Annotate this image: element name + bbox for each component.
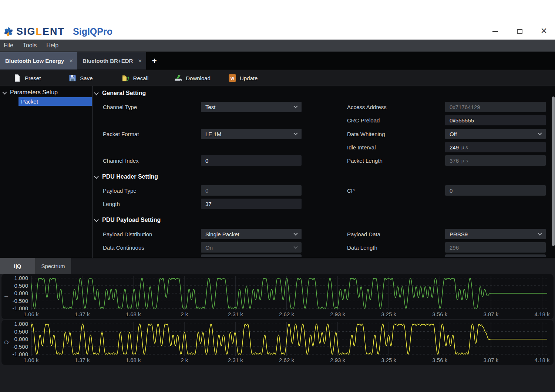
- i-chart-x-axis: 1.06 k1.37 k1.68 k2 k2.31 k2.62 k2.93 k3…: [31, 310, 547, 318]
- cutoff-field: [201, 254, 302, 257]
- x-tick-label: 2.93 k: [330, 311, 345, 317]
- y-tick-label: -0.500: [12, 344, 28, 350]
- idle-interval-input[interactable]: 249 µ s: [445, 142, 546, 152]
- recall-button[interactable]: Recall: [122, 74, 149, 82]
- payload-distribution-select[interactable]: Single Packet: [201, 229, 302, 239]
- q-chart-card: 1.0000.5000.000-0.500-1.000 Q 1.06 k1.37…: [1, 320, 554, 365]
- tab-close-icon[interactable]: ×: [69, 58, 73, 64]
- payload-distribution-label: Payload Distribution: [103, 229, 152, 239]
- logo-text: SIGLENT: [16, 26, 65, 37]
- tab-spectrum[interactable]: Spectrum: [35, 258, 71, 274]
- payload-type-input: 0: [201, 185, 302, 196]
- channel-index-label: Channel Index: [103, 155, 139, 166]
- x-tick-label: 4.18 k: [535, 311, 550, 317]
- preset-button[interactable]: Preset: [13, 74, 41, 82]
- y-tick-label: -1.000: [12, 351, 28, 357]
- x-tick-label: 2.62 k: [279, 357, 294, 363]
- section-pdu-payload-setting[interactable]: PDU Payload Setting: [95, 217, 161, 223]
- data-length-label: Data Length: [347, 242, 377, 253]
- document-tab-bar: Bluetooth Low Energy × Bluetooth BR+EDR …: [0, 52, 555, 70]
- app-title: SigIQPro: [73, 26, 112, 37]
- save-button[interactable]: Save: [68, 74, 92, 82]
- x-tick-label: 3.87 k: [483, 311, 498, 317]
- y-tick-label: 0.000: [14, 290, 28, 296]
- x-tick-label: 1.37 k: [75, 357, 90, 363]
- titlebar: SIGLENT SigIQPro ✕: [0, 0, 555, 40]
- chevron-down-icon: [293, 231, 297, 235]
- payload-data-label: Payload Data: [347, 229, 380, 239]
- packet-length-label: Packet Length: [347, 155, 383, 166]
- packet-format-label: Packet Format: [103, 129, 139, 139]
- minimize-button[interactable]: [491, 27, 500, 36]
- chevron-down-icon: [2, 89, 7, 94]
- chevron-down-icon: [538, 131, 542, 135]
- window-controls: ✕: [491, 27, 548, 36]
- payload-data-select[interactable]: PRBS9: [445, 229, 546, 239]
- cp-label: CP: [347, 185, 355, 196]
- payload-type-label: Payload Type: [103, 185, 137, 196]
- chevron-down-icon: [538, 231, 542, 235]
- x-tick-label: 3.25 k: [381, 357, 396, 363]
- tab-iq[interactable]: I|Q: [0, 258, 35, 274]
- x-tick-label: 4.18 k: [535, 357, 550, 363]
- channel-index-input[interactable]: 0: [201, 155, 302, 166]
- menu-help[interactable]: Help: [46, 42, 58, 49]
- data-length-input: 296: [445, 242, 546, 253]
- packet-format-select[interactable]: LE 1M: [201, 129, 302, 139]
- crc-preload-input[interactable]: 0x555555: [445, 115, 546, 125]
- channel-label-q: Q: [3, 339, 9, 346]
- channel-label-i: I: [3, 293, 9, 300]
- document-icon: [13, 74, 21, 82]
- floppy-disk-icon: [68, 74, 77, 82]
- x-tick-label: 2 k: [181, 311, 188, 317]
- chevron-down-icon: [293, 104, 297, 108]
- channel-type-label: Channel Type: [103, 102, 137, 112]
- i-waveform-canvas[interactable]: [31, 276, 547, 310]
- chevron-down-icon: [293, 131, 297, 135]
- close-button[interactable]: ✕: [539, 27, 548, 36]
- section-pdu-header-setting[interactable]: PDU Header Setting: [95, 173, 158, 180]
- data-whitening-label: Data Whitening: [347, 129, 385, 139]
- length-input[interactable]: 37: [201, 199, 302, 209]
- channel-type-select[interactable]: Test: [201, 102, 302, 112]
- menu-bar: File Tools Help: [0, 40, 555, 52]
- maximize-button[interactable]: [515, 27, 524, 36]
- q-chart-x-axis: 1.06 k1.37 k1.68 k2 k2.31 k2.62 k2.93 k3…: [31, 356, 547, 364]
- tab-bluetooth-low-energy[interactable]: Bluetooth Low Energy ×: [0, 52, 77, 70]
- menu-file[interactable]: File: [4, 42, 13, 49]
- cp-input: 0: [445, 185, 546, 196]
- chevron-down-icon: [94, 90, 99, 95]
- y-tick-label: -0.500: [12, 298, 28, 304]
- y-tick-label: -1.000: [12, 305, 28, 311]
- settings-panel: Parameters Setup Packet General Setting …: [0, 86, 555, 258]
- sidebar-item-packet[interactable]: Packet: [18, 97, 92, 106]
- tab-bluetooth-br-edr[interactable]: Bluetooth BR+EDR ×: [77, 52, 146, 70]
- svg-text:W: W: [231, 76, 235, 81]
- new-tab-button[interactable]: +: [146, 52, 162, 70]
- x-tick-label: 2.31 k: [228, 311, 243, 317]
- download-button[interactable]: Download: [174, 74, 211, 82]
- tab-close-icon[interactable]: ×: [138, 58, 142, 64]
- microseconds-unit: µ s: [461, 145, 468, 150]
- length-label: Length: [103, 199, 120, 209]
- q-waveform-canvas[interactable]: [31, 322, 547, 356]
- data-whitening-select[interactable]: Off: [445, 129, 546, 139]
- crc-preload-label: CRC Preload: [347, 115, 380, 125]
- x-tick-label: 2.31 k: [228, 357, 243, 363]
- close-icon: ✕: [541, 27, 547, 35]
- idle-interval-label: Idle Interval: [347, 142, 376, 152]
- x-tick-label: 3.56 k: [432, 357, 447, 363]
- folder-recall-icon: [122, 74, 130, 82]
- microseconds-unit: µ s: [461, 158, 468, 163]
- minimize-icon: [492, 31, 498, 32]
- menu-tools[interactable]: Tools: [23, 42, 37, 49]
- packet-length-input: 376 µ s: [445, 155, 546, 166]
- x-tick-label: 2.62 k: [279, 311, 294, 317]
- x-tick-label: 3.87 k: [483, 357, 498, 363]
- maximize-icon: [517, 29, 522, 34]
- x-tick-label: 3.25 k: [381, 311, 396, 317]
- section-general-setting[interactable]: General Setting: [95, 90, 146, 97]
- update-button[interactable]: W Update: [228, 74, 258, 82]
- vertical-scrollbar[interactable]: [552, 97, 555, 246]
- parameters-setup-header[interactable]: Parameters Setup: [3, 89, 58, 96]
